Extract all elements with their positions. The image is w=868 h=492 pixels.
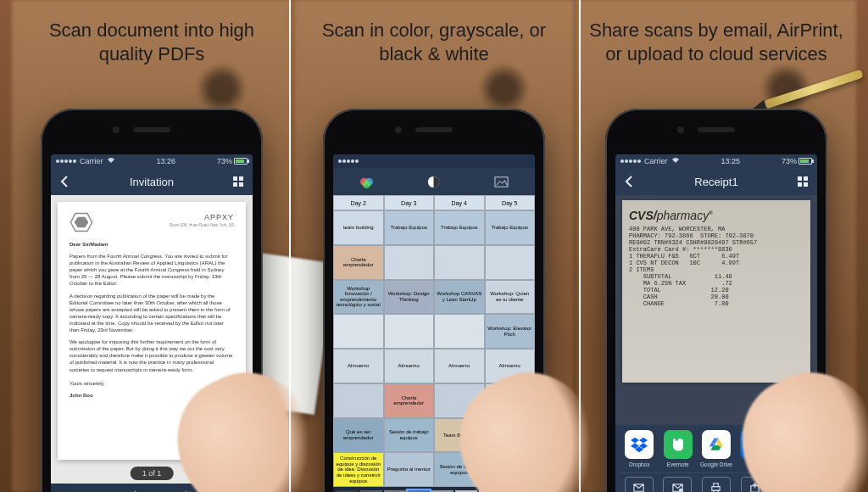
- share-app-label: Dropbox: [629, 461, 650, 467]
- nav-bar: Invitation: [51, 168, 253, 195]
- day-header: Day 5: [485, 195, 536, 210]
- schedule-cell[interactable]: Sesión de trabajo equipos: [434, 452, 485, 487]
- share-action-fax[interactable]: Fax: [776, 477, 810, 492]
- status-bar: Carrier 13:26 73%: [51, 154, 253, 168]
- schedule-cell[interactable]: [485, 383, 536, 418]
- receipt-line: PHARMACY: 792-3866 STORE: 792-3870: [629, 232, 804, 239]
- share-sheet: DropboxEvernoteGoogle DriveboxBoxOneDriv…: [615, 425, 817, 492]
- schedule-cell[interactable]: Almuerzo: [384, 349, 435, 383]
- schedule-cell[interactable]: Workshop: Quien es tu cliente: [485, 280, 536, 315]
- schedule-grid[interactable]: team buildingTrabajo EquiposTrabajo Equi…: [333, 210, 535, 487]
- onedrive-icon: [779, 430, 808, 459]
- receipt-preview[interactable]: CVS/pharmacy® 400 PARK AVE, WORCESTER, M…: [622, 200, 810, 383]
- share-app-label: Google Drive: [700, 461, 732, 467]
- svg-rect-17: [790, 484, 797, 491]
- schedule-cell[interactable]: [434, 383, 485, 418]
- share-app-evernote[interactable]: Evernote: [660, 430, 694, 467]
- schedule-cell[interactable]: Sesión de trabajo equipos: [485, 418, 536, 453]
- color-mode-icon[interactable]: [359, 175, 374, 189]
- promo-panel-3: Share scans by email, AirPrint, or uploa…: [576, 0, 856, 492]
- grayscale-mode-icon[interactable]: [426, 175, 441, 189]
- schedule-cell[interactable]: [384, 245, 435, 280]
- clock-label: 13:26: [156, 157, 175, 165]
- signal-icon: [56, 159, 76, 163]
- back-icon[interactable]: [622, 176, 637, 187]
- schedule-cell[interactable]: Construcción de equipos y discusión de i…: [333, 452, 384, 487]
- panel-headline: Scan document into high quality PDFs: [12, 19, 292, 65]
- brand-address: Room 206, Huan Road, New York, US: [170, 224, 234, 228]
- receipt-line: 2 ITEMS: [629, 266, 804, 273]
- battery-icon: [234, 158, 248, 165]
- schedule-cell[interactable]: Almuerzo: [333, 349, 384, 383]
- schedule-cell[interactable]: Qué es ser emprendedor: [333, 418, 384, 453]
- phone-frame: Day 2Day 3Day 4Day 5 team buildingTrabaj…: [323, 109, 545, 492]
- page-indicator: 1 of 1: [131, 467, 174, 480]
- signal-icon: [620, 159, 641, 163]
- nav-bar: Receipt1: [615, 168, 817, 195]
- box-icon: box: [740, 430, 769, 459]
- battery-label: 73%: [782, 157, 797, 165]
- share-action-email-me[interactable]: Email Me: [661, 477, 695, 492]
- schedule-cell[interactable]: Workshop CANVAS y Lean StartUp: [434, 280, 485, 315]
- schedule-cell[interactable]: [384, 314, 435, 349]
- receipt-line: SUBTOTAL 11.48: [629, 273, 804, 280]
- share-action-open-in-[interactable]: Open In…: [738, 477, 772, 492]
- schedule-cell[interactable]: [434, 245, 485, 280]
- carrier-label: Carrier: [644, 157, 668, 165]
- document-page: APPXY Room 206, Huan Road, New York, US …: [58, 202, 246, 460]
- schedule-cell[interactable]: Trabajo Equipos: [485, 210, 536, 245]
- grid-view-icon[interactable]: [231, 176, 246, 187]
- phone-frame: Carrier 13:25 73% Receipt1 CVS/pharmacy®…: [605, 109, 827, 492]
- schedule-cell[interactable]: Pregunta al mentor: [384, 452, 435, 487]
- share-action-print[interactable]: Print: [699, 477, 733, 492]
- bw-mode-icon[interactable]: [494, 175, 509, 189]
- svg-point-9: [363, 180, 370, 187]
- schedule-cell[interactable]: [333, 383, 384, 418]
- schedule-cell[interactable]: Trabajo Equipos: [434, 210, 485, 245]
- schedule-cell[interactable]: [485, 245, 536, 280]
- share-app-box[interactable]: boxBox: [737, 430, 771, 467]
- status-bar: Carrier 13:25 73%: [615, 154, 817, 168]
- schedule-cell[interactable]: Charla emprendedor: [384, 383, 435, 418]
- nav-title: Receipt1: [637, 176, 795, 188]
- receipt-line: REG#02 TRN#6324 CSHR#0820497 STR#657: [629, 239, 804, 246]
- share-app-onedrive[interactable]: OneDrive: [776, 430, 810, 467]
- signal-icon: [338, 159, 359, 163]
- share-action-email[interactable]: Email: [622, 477, 656, 492]
- grid-view-icon[interactable]: [795, 176, 810, 187]
- schedule-cell[interactable]: Sesión de trabajo equipos: [384, 418, 435, 453]
- schedule-header-row: Day 2Day 3Day 4Day 5: [333, 195, 535, 210]
- schedule-cell[interactable]: Workshop: Design Thinking: [384, 280, 435, 315]
- receipt-line: 1 THERAFLU F&S 6CT 6.49T: [629, 253, 804, 260]
- schedule-cell[interactable]: Charla emprendedor: [333, 245, 384, 280]
- receipt-line: MA 6.25% TAX .72: [629, 280, 804, 287]
- share-action-icon: [741, 477, 770, 492]
- schedule-cell[interactable]: Workshop: Elevator Pitch: [485, 314, 536, 349]
- schedule-cell[interactable]: Trabajo Equipos: [384, 210, 435, 245]
- day-header: Day 4: [434, 195, 485, 210]
- share-app-label: Evernote: [667, 461, 689, 467]
- receipt-line: CHANGE 7.80: [629, 300, 804, 307]
- nav-title: Invitation: [73, 176, 231, 188]
- schedule-cell[interactable]: Team Building: [434, 418, 485, 453]
- schedule-cell[interactable]: [333, 314, 384, 349]
- share-app-google-drive[interactable]: Google Drive: [699, 430, 733, 467]
- filter-tabs: [333, 168, 535, 195]
- panel-headline: Share scans by email, AirPrint, or uploa…: [576, 19, 856, 65]
- svg-point-12: [679, 489, 682, 492]
- phone-frame: Carrier 13:26 73% Invitation: [41, 109, 263, 492]
- back-icon[interactable]: [58, 176, 73, 187]
- receipt-line: 1 CVS NT DECON 10C 4.99T: [629, 260, 804, 266]
- share-app-dropbox[interactable]: Dropbox: [622, 430, 656, 467]
- schedule-cell[interactable]: Pregunta al mentor: [485, 452, 536, 487]
- schedule-cell[interactable]: [434, 314, 485, 349]
- schedule-cell[interactable]: Workshop Innovación / emprendimiento tec…: [333, 280, 384, 315]
- schedule-cell[interactable]: Almuerzo: [434, 349, 485, 383]
- clock-label: 13:25: [721, 157, 740, 165]
- battery-icon: [798, 158, 812, 165]
- document-viewport[interactable]: APPXY Room 206, Huan Road, New York, US …: [51, 195, 253, 484]
- schedule-cell[interactable]: Almuerzo: [485, 349, 536, 383]
- svg-rect-18: [789, 486, 791, 492]
- share-action-icon: [779, 477, 808, 492]
- schedule-cell[interactable]: team building: [333, 210, 384, 245]
